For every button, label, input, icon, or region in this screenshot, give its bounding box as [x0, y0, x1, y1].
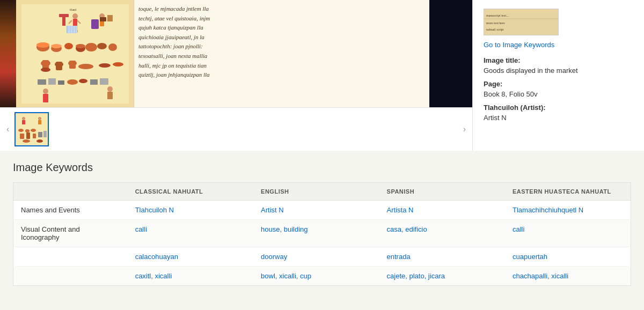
keyword-link-nahuatl-2[interactable]: calli — [135, 225, 147, 233]
svg-point-57 — [31, 129, 36, 132]
svg-rect-19 — [100, 17, 106, 21]
svg-point-48 — [43, 88, 48, 94]
svg-point-63 — [38, 117, 41, 120]
svg-rect-46 — [90, 79, 98, 85]
manuscript-text-area: toque, le mjmacada jntlem lla techtj, at… — [134, 0, 429, 107]
row-spanish-3: entrada — [379, 247, 505, 267]
svg-point-22 — [36, 42, 49, 48]
keywords-table: CLASSICAL NAHUATL ENGLISH SPANISH EASTER… — [13, 182, 631, 286]
svg-rect-59 — [26, 132, 30, 139]
keyword-link-spanish-4[interactable]: cajete, plato, jicara — [387, 272, 445, 280]
svg-rect-35 — [56, 62, 62, 70]
thumbnail-svg — [16, 113, 49, 146]
scroll-left-icon[interactable]: ‹ — [4, 124, 11, 134]
keyword-link-nahuatl-4[interactable]: caxitl, xicalli — [135, 272, 172, 280]
row-eastern-1: Tlamachihchiuhquetl N — [505, 201, 631, 220]
svg-point-55 — [18, 129, 24, 132]
row-nahuatl-2: calli — [128, 220, 253, 247]
svg-line-6 — [77, 20, 80, 24]
scroll-right-icon[interactable]: › — [461, 124, 468, 134]
keyword-link-english-4[interactable]: bowl, xicalli, cup — [261, 272, 311, 280]
row-eastern-4: chachapalli, xicalli — [505, 267, 631, 286]
row-category-1: Names and Events — [13, 201, 128, 220]
keyword-link-nahuatl-3[interactable]: calacohuayan — [135, 253, 178, 261]
svg-rect-42 — [48, 78, 56, 85]
keyword-link-spanish-2[interactable]: casa, edificio — [387, 225, 427, 233]
go-to-keywords-link[interactable]: Go to Image Keywords — [484, 41, 633, 49]
keyword-link-eastern-2[interactable]: calli — [513, 225, 524, 233]
svg-point-45 — [79, 79, 87, 83]
svg-rect-47 — [100, 78, 108, 85]
svg-rect-51 — [107, 92, 113, 99]
svg-point-27 — [76, 44, 85, 48]
table-header-row: CLASSICAL NAHUATL ENGLISH SPANISH EASTER… — [13, 183, 631, 201]
keyword-link-eastern-1[interactable]: Tlamachihchiuhquetl N — [513, 206, 583, 214]
table-row: Visual Content and Iconography calli hou… — [13, 220, 631, 247]
artist-value: Artist N — [484, 114, 633, 122]
row-english-4: bowl, xicalli, cup — [253, 267, 379, 286]
svg-point-66 — [23, 139, 30, 143]
svg-rect-58 — [20, 134, 24, 139]
svg-text:more text here: more text here — [486, 21, 505, 25]
col-header-nahuatl: CLASSICAL NAHUATL — [128, 183, 253, 201]
svg-point-29 — [97, 43, 107, 49]
image-title-label: Image title: — [484, 56, 633, 64]
image-title-value: Goods displayed in the market — [484, 67, 633, 75]
table-row: caxitl, xicalli bowl, xicalli, cup cajet… — [13, 267, 631, 286]
svg-point-65 — [36, 139, 43, 143]
illustration-svg: tlaui — [21, 4, 129, 104]
svg-point-56 — [25, 129, 30, 132]
artist-label: Tlahcuiloh (Artist): — [484, 104, 633, 112]
col-header-category — [13, 183, 128, 201]
manuscript-illustration: tlaui — [16, 0, 134, 107]
svg-rect-49 — [43, 94, 48, 102]
svg-point-28 — [85, 43, 97, 51]
svg-rect-64 — [38, 120, 41, 124]
thumbnails-row: ‹ — [0, 107, 472, 151]
table-row: calacohuayan doorway entrada cuapuertah — [13, 247, 631, 267]
svg-point-44 — [67, 79, 78, 85]
svg-rect-41 — [38, 79, 46, 85]
row-nahuatl-3: calacohuayan — [128, 247, 253, 267]
row-spanish-2: casa, edificio — [379, 220, 505, 247]
keywords-section: Image Keywords CLASSICAL NAHUATL ENGLISH… — [0, 151, 644, 297]
svg-rect-4 — [73, 19, 77, 26]
row-english-2: house, building — [253, 220, 379, 247]
keyword-link-eastern-4[interactable]: chachapalli, xicalli — [513, 272, 568, 280]
svg-text:tlaui: tlaui — [70, 8, 76, 12]
svg-rect-60 — [33, 134, 36, 138]
right-dark-area — [429, 0, 472, 107]
keyword-link-nahuatl-1[interactable]: Tlahcuiloh N — [135, 206, 174, 214]
row-english-3: doorway — [253, 247, 379, 267]
row-spanish-1: Artista N — [379, 201, 505, 220]
svg-rect-20 — [107, 15, 113, 21]
svg-rect-18 — [91, 19, 99, 29]
keyword-link-spanish-3[interactable]: entrada — [387, 253, 411, 261]
svg-point-38 — [78, 64, 93, 69]
svg-rect-54 — [22, 120, 25, 124]
svg-point-53 — [22, 117, 25, 120]
svg-point-39 — [99, 63, 111, 68]
main-image: tlaui — [0, 0, 472, 107]
page-value: Book 8, Folio 50v — [484, 90, 633, 98]
image-left-strip — [0, 0, 16, 107]
keyword-link-english-3[interactable]: doorway — [261, 253, 287, 261]
svg-rect-1 — [59, 14, 69, 17]
row-eastern-3: cuapuertah — [505, 247, 631, 267]
keyword-link-english-1[interactable]: Artist N — [261, 206, 284, 214]
thumbnail-item[interactable] — [14, 112, 49, 146]
keyword-link-english-2[interactable]: house, building — [261, 225, 308, 233]
svg-rect-2 — [62, 17, 65, 26]
keyword-link-spanish-1[interactable]: Artista N — [387, 206, 414, 214]
row-category-2: Visual Content and Iconography — [13, 220, 128, 247]
handwritten-text-content: toque, le mjmacada jntlem lla techtj, at… — [138, 4, 425, 80]
page-label: Page: — [484, 80, 633, 88]
image-content: tlaui — [16, 0, 472, 107]
svg-text:nahuatl script: nahuatl script — [486, 28, 504, 31]
svg-point-25 — [64, 43, 73, 49]
row-eastern-2: calli — [505, 220, 631, 247]
keyword-link-eastern-3[interactable]: cuapuertah — [513, 253, 547, 261]
svg-point-50 — [107, 86, 113, 92]
row-nahuatl-4: caxitl, xicalli — [128, 267, 253, 286]
thumbnail-preview-image: manuscript text... more text here nahuat… — [484, 9, 559, 35]
